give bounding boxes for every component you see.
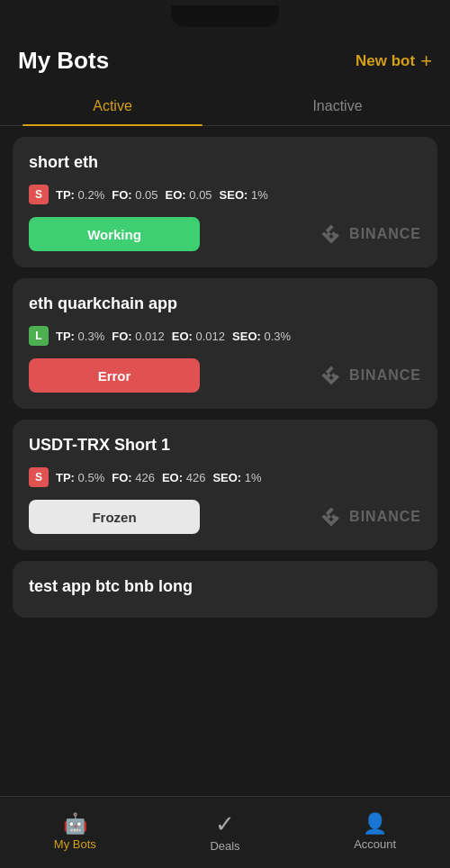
bot-params: S TP: 0.2% FO: 0.05 EO: 0.05 SEO: 1%	[29, 185, 421, 204]
param-fo: FO: 426	[112, 471, 155, 484]
binance-label: BINANCE	[349, 509, 421, 525]
new-bot-label: New bot	[356, 52, 415, 70]
param-seo: SEO: 1%	[220, 188, 268, 202]
plus-icon: +	[420, 50, 432, 73]
mybots-icon: 🤖	[63, 814, 87, 834]
bottom-nav: 🤖 My Bots ✓ Deals 👤 Account	[0, 796, 450, 868]
binance-logo: BINANCE	[319, 363, 421, 388]
nav-label-deals: Deals	[210, 839, 239, 853]
bot-name: test app btc bnb long	[29, 577, 421, 596]
page-title: My Bots	[18, 47, 109, 75]
nav-item-mybots[interactable]: 🤖 My Bots	[0, 807, 150, 858]
new-bot-button[interactable]: New bot +	[356, 50, 432, 73]
bot-card[interactable]: USDT-TRX Short 1 S TP: 0.5% FO: 426 EO: …	[13, 420, 437, 550]
tab-active[interactable]: Active	[0, 86, 225, 125]
param-eo: EO: 0.012	[172, 330, 225, 343]
account-icon: 👤	[363, 814, 387, 834]
bot-name: eth quarkchain app	[29, 294, 421, 313]
status-frozen-button[interactable]: Frozen	[29, 500, 200, 534]
strategy-badge: L	[29, 326, 49, 346]
param-fo: FO: 0.012	[112, 330, 165, 343]
nav-item-account[interactable]: 👤 Account	[300, 807, 450, 858]
tabs-container: Active Inactive	[0, 86, 450, 126]
notch-bar	[0, 0, 450, 32]
param-seo: SEO: 0.3%	[232, 330, 291, 343]
strategy-badge: S	[29, 185, 49, 204]
binance-logo: BINANCE	[319, 222, 421, 247]
param-seo: SEO: 1%	[212, 471, 261, 484]
bot-name: USDT-TRX Short 1	[29, 436, 421, 455]
deals-icon: ✓	[215, 812, 235, 836]
tab-inactive[interactable]: Inactive	[225, 86, 450, 125]
binance-label: BINANCE	[349, 226, 421, 242]
strategy-badge: S	[29, 467, 49, 487]
binance-label: BINANCE	[349, 367, 421, 384]
binance-logo: BINANCE	[319, 504, 421, 529]
header: My Bots New bot +	[0, 32, 450, 86]
phone-notch	[171, 5, 279, 27]
param-eo: EO: 426	[162, 471, 205, 484]
bot-params: L TP: 0.3% FO: 0.012 EO: 0.012 SEO: 0.3%	[29, 326, 421, 346]
bot-card[interactable]: test app btc bnb long	[13, 561, 437, 618]
status-error-button[interactable]: Error	[29, 358, 200, 393]
status-working-button[interactable]: Working	[29, 217, 200, 251]
bot-params: S TP: 0.5% FO: 426 EO: 426 SEO: 1%	[29, 467, 421, 487]
bot-card[interactable]: short eth S TP: 0.2% FO: 0.05 EO: 0.05 S…	[13, 137, 437, 267]
bot-name: short eth	[29, 153, 421, 172]
param-tp: TP: 0.2%	[56, 188, 104, 202]
param-tp: TP: 0.3%	[56, 330, 104, 343]
param-tp: TP: 0.5%	[56, 471, 104, 484]
nav-item-deals[interactable]: ✓ Deals	[150, 805, 301, 860]
bot-footer: Frozen BINANCE	[29, 500, 421, 534]
param-eo: EO: 0.05	[166, 188, 212, 202]
bot-footer: Working BINANCE	[29, 217, 421, 251]
param-fo: FO: 0.05	[112, 188, 158, 202]
nav-label-account: Account	[354, 837, 396, 851]
bots-list: short eth S TP: 0.2% FO: 0.05 EO: 0.05 S…	[0, 126, 450, 628]
nav-label-mybots: My Bots	[54, 837, 96, 851]
bot-card[interactable]: eth quarkchain app L TP: 0.3% FO: 0.012 …	[13, 278, 437, 409]
bot-footer: Error BINANCE	[29, 358, 421, 393]
